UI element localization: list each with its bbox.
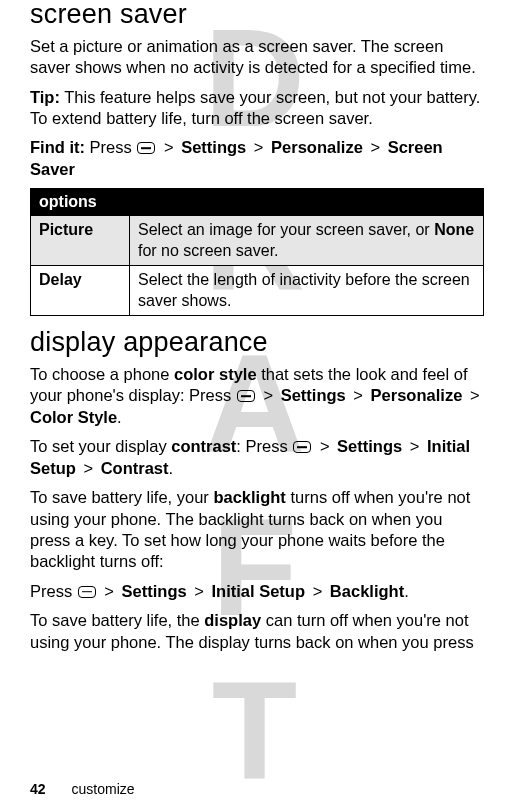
menu-key-icon xyxy=(293,441,311,453)
desc-cond-none: None xyxy=(434,221,474,238)
nav-personalize: Personalize xyxy=(271,138,363,156)
tip-label: Tip: xyxy=(30,88,60,106)
bold-display: display xyxy=(204,611,261,629)
bold-contrast: contrast xyxy=(171,437,236,455)
nav-settings: Settings xyxy=(337,437,402,455)
sep: > xyxy=(313,582,323,600)
menu-key-icon xyxy=(78,586,96,598)
options-header: options xyxy=(31,189,484,216)
sep: > xyxy=(410,437,420,455)
sep: > xyxy=(320,437,330,455)
option-desc-picture: Select an image for your screen saver, o… xyxy=(130,216,484,266)
desc-pre: Select the length of inactivity before t… xyxy=(138,271,470,308)
menu-key-icon xyxy=(237,390,255,402)
backlight-para: To save battery life, your backlight tur… xyxy=(30,487,484,573)
option-name-delay: Delay xyxy=(31,266,130,316)
option-desc-delay: Select the length of inactivity before t… xyxy=(130,266,484,316)
heading-display-appearance: display appearance xyxy=(30,328,484,358)
sep: > xyxy=(83,459,93,477)
findit-label: Find it: xyxy=(30,138,85,156)
bold-color-style: color style xyxy=(174,365,257,383)
sep: > xyxy=(194,582,204,600)
desc-post: for no screen saver. xyxy=(138,242,279,259)
text: To save battery life, your xyxy=(30,488,213,506)
nav-settings: Settings xyxy=(281,386,346,404)
option-name-picture: Picture xyxy=(31,216,130,266)
options-table: options Picture Select an image for your… xyxy=(30,188,484,316)
findit-press: Press xyxy=(85,138,136,156)
text-press: Press xyxy=(30,582,77,600)
text: : Press xyxy=(236,437,292,455)
sep: > xyxy=(470,386,480,404)
screensaver-tip: Tip: This feature helps save your screen… xyxy=(30,87,484,130)
text: To choose a phone xyxy=(30,365,174,383)
heading-screen-saver: screen saver xyxy=(30,0,484,30)
sep: > xyxy=(164,138,174,156)
nav-color-style: Color Style xyxy=(30,408,117,426)
text: To save battery life, the xyxy=(30,611,204,629)
sep: > xyxy=(353,386,363,404)
period: . xyxy=(169,459,174,477)
color-style-para: To choose a phone color style that sets … xyxy=(30,364,484,428)
nav-backlight: Backlight xyxy=(330,582,404,600)
period: . xyxy=(404,582,409,600)
page-footer: 42customize xyxy=(30,781,135,797)
page-number: 42 xyxy=(30,781,46,797)
display-off-para: To save battery life, the display can tu… xyxy=(30,610,484,653)
nav-settings: Settings xyxy=(122,582,187,600)
sep: > xyxy=(370,138,380,156)
contrast-para: To set your display contrast: Press > Se… xyxy=(30,436,484,479)
sep: > xyxy=(104,582,114,600)
desc-pre: Select an image for your screen saver, o… xyxy=(138,221,434,238)
nav-contrast: Contrast xyxy=(101,459,169,477)
footer-section: customize xyxy=(72,781,135,797)
period: . xyxy=(117,408,122,426)
menu-key-icon xyxy=(137,142,155,154)
nav-initial-setup: Initial Setup xyxy=(212,582,306,600)
nav-settings: Settings xyxy=(181,138,246,156)
tip-text: This feature helps save your screen, but… xyxy=(30,88,480,127)
table-row: Delay Select the length of inactivity be… xyxy=(31,266,484,316)
bold-backlight: backlight xyxy=(213,488,285,506)
screensaver-intro: Set a picture or animation as a screen s… xyxy=(30,36,484,79)
text: To set your display xyxy=(30,437,171,455)
table-row: Picture Select an image for your screen … xyxy=(31,216,484,266)
find-it-line: Find it: Press > Settings > Personalize … xyxy=(30,137,484,180)
nav-personalize: Personalize xyxy=(371,386,463,404)
sep: > xyxy=(263,386,273,404)
backlight-nav-para: Press > Settings > Initial Setup > Backl… xyxy=(30,581,484,602)
sep: > xyxy=(254,138,264,156)
